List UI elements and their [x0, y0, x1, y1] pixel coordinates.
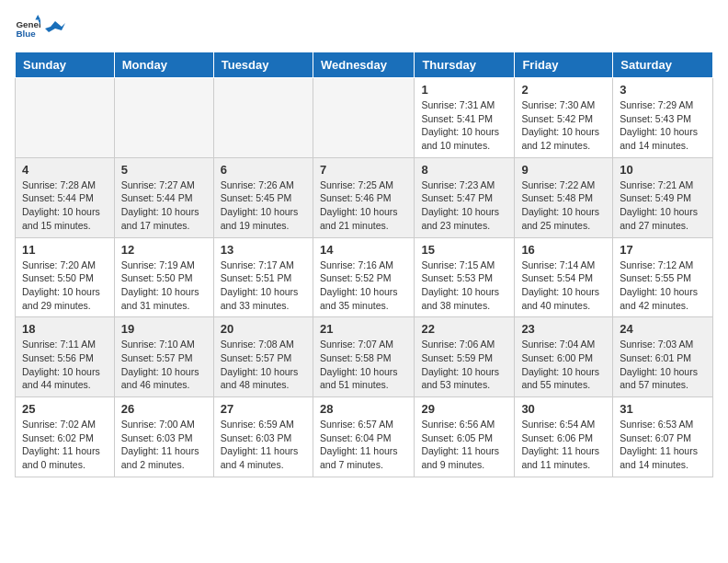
calendar-cell — [16, 78, 115, 158]
day-number: 22 — [421, 322, 507, 336]
calendar-cell: 24Sunrise: 7:03 AM Sunset: 6:01 PM Dayli… — [613, 317, 713, 397]
day-info: Sunrise: 7:03 AM Sunset: 6:01 PM Dayligh… — [620, 338, 706, 392]
day-number: 2 — [521, 83, 606, 97]
day-number: 14 — [320, 243, 407, 257]
calendar-cell: 14Sunrise: 7:16 AM Sunset: 5:52 PM Dayli… — [313, 237, 414, 317]
calendar-week-row: 4Sunrise: 7:28 AM Sunset: 5:44 PM Daylig… — [16, 157, 713, 237]
calendar-week-row: 25Sunrise: 7:02 AM Sunset: 6:02 PM Dayli… — [16, 397, 713, 477]
calendar-cell: 7Sunrise: 7:25 AM Sunset: 5:46 PM Daylig… — [313, 157, 414, 237]
weekday-header-thursday: Thursday — [415, 52, 515, 78]
day-number: 25 — [22, 402, 108, 416]
day-info: Sunrise: 7:00 AM Sunset: 6:03 PM Dayligh… — [121, 418, 207, 472]
day-info: Sunrise: 7:26 AM Sunset: 5:45 PM Dayligh… — [221, 178, 306, 233]
calendar-cell: 1Sunrise: 7:31 AM Sunset: 5:41 PM Daylig… — [415, 78, 515, 158]
day-number: 3 — [620, 83, 706, 97]
day-info: Sunrise: 6:59 AM Sunset: 6:03 PM Dayligh… — [221, 418, 306, 472]
calendar-cell: 27Sunrise: 6:59 AM Sunset: 6:03 PM Dayli… — [213, 397, 313, 477]
calendar-cell: 15Sunrise: 7:15 AM Sunset: 5:53 PM Dayli… — [415, 237, 515, 317]
calendar-header: SundayMondayTuesdayWednesdayThursdayFrid… — [16, 52, 713, 78]
calendar-cell: 21Sunrise: 7:07 AM Sunset: 5:58 PM Dayli… — [313, 317, 414, 397]
day-info: Sunrise: 7:28 AM Sunset: 5:44 PM Dayligh… — [22, 178, 108, 233]
weekday-header-saturday: Saturday — [613, 52, 713, 78]
calendar-cell: 30Sunrise: 6:54 AM Sunset: 6:06 PM Dayli… — [515, 397, 613, 477]
day-number: 18 — [22, 322, 108, 336]
day-number: 9 — [521, 163, 606, 177]
logo-icon: General Blue — [15, 15, 40, 40]
day-number: 26 — [121, 402, 207, 416]
day-info: Sunrise: 7:15 AM Sunset: 5:53 PM Dayligh… — [421, 259, 507, 313]
calendar-cell: 17Sunrise: 7:12 AM Sunset: 5:55 PM Dayli… — [613, 237, 713, 317]
day-number: 27 — [221, 402, 306, 416]
day-number: 17 — [620, 243, 706, 257]
calendar-cell: 10Sunrise: 7:21 AM Sunset: 5:49 PM Dayli… — [613, 157, 713, 237]
calendar-cell — [313, 78, 414, 158]
calendar-cell: 18Sunrise: 7:11 AM Sunset: 5:56 PM Dayli… — [16, 317, 115, 397]
calendar-cell — [114, 78, 213, 158]
day-info: Sunrise: 7:04 AM Sunset: 6:00 PM Dayligh… — [521, 338, 606, 392]
calendar-cell: 5Sunrise: 7:27 AM Sunset: 5:44 PM Daylig… — [114, 157, 213, 237]
calendar-cell: 13Sunrise: 7:17 AM Sunset: 5:51 PM Dayli… — [213, 237, 313, 317]
day-info: Sunrise: 7:16 AM Sunset: 5:52 PM Dayligh… — [320, 259, 407, 313]
calendar-cell: 22Sunrise: 7:06 AM Sunset: 5:59 PM Dayli… — [415, 317, 515, 397]
calendar-cell — [213, 78, 313, 158]
calendar-week-row: 18Sunrise: 7:11 AM Sunset: 5:56 PM Dayli… — [16, 317, 713, 397]
calendar-cell: 20Sunrise: 7:08 AM Sunset: 5:57 PM Dayli… — [213, 317, 313, 397]
calendar-cell: 2Sunrise: 7:30 AM Sunset: 5:42 PM Daylig… — [515, 78, 613, 158]
day-number: 29 — [421, 402, 507, 416]
day-number: 7 — [320, 163, 407, 177]
calendar-week-row: 11Sunrise: 7:20 AM Sunset: 5:50 PM Dayli… — [16, 237, 713, 317]
calendar-cell: 23Sunrise: 7:04 AM Sunset: 6:00 PM Dayli… — [515, 317, 613, 397]
day-number: 15 — [421, 243, 507, 257]
calendar-cell: 3Sunrise: 7:29 AM Sunset: 5:43 PM Daylig… — [613, 78, 713, 158]
day-info: Sunrise: 6:56 AM Sunset: 6:05 PM Dayligh… — [421, 418, 507, 472]
day-number: 20 — [221, 322, 306, 336]
calendar-cell: 11Sunrise: 7:20 AM Sunset: 5:50 PM Dayli… — [16, 237, 115, 317]
day-info: Sunrise: 7:02 AM Sunset: 6:02 PM Dayligh… — [22, 418, 108, 472]
day-info: Sunrise: 7:19 AM Sunset: 5:50 PM Dayligh… — [121, 259, 207, 313]
day-number: 11 — [22, 243, 108, 257]
day-info: Sunrise: 7:06 AM Sunset: 5:59 PM Dayligh… — [421, 338, 507, 392]
calendar-cell: 9Sunrise: 7:22 AM Sunset: 5:48 PM Daylig… — [515, 157, 613, 237]
calendar-cell: 16Sunrise: 7:14 AM Sunset: 5:54 PM Dayli… — [515, 237, 613, 317]
calendar-cell: 4Sunrise: 7:28 AM Sunset: 5:44 PM Daylig… — [16, 157, 115, 237]
day-info: Sunrise: 7:14 AM Sunset: 5:54 PM Dayligh… — [521, 259, 606, 313]
weekday-header-wednesday: Wednesday — [313, 52, 414, 78]
calendar-week-row: 1Sunrise: 7:31 AM Sunset: 5:41 PM Daylig… — [16, 78, 713, 158]
day-info: Sunrise: 7:17 AM Sunset: 5:51 PM Dayligh… — [221, 259, 306, 313]
day-number: 10 — [620, 163, 706, 177]
day-info: Sunrise: 7:25 AM Sunset: 5:46 PM Dayligh… — [320, 178, 407, 233]
day-number: 30 — [521, 402, 606, 416]
day-info: Sunrise: 7:29 AM Sunset: 5:43 PM Dayligh… — [620, 98, 706, 153]
calendar-body: 1Sunrise: 7:31 AM Sunset: 5:41 PM Daylig… — [16, 78, 713, 477]
svg-marker-4 — [45, 21, 65, 32]
calendar-cell: 28Sunrise: 6:57 AM Sunset: 6:04 PM Dayli… — [313, 397, 414, 477]
page-header: General Blue — [15, 15, 713, 40]
day-number: 31 — [620, 402, 706, 416]
day-info: Sunrise: 7:07 AM Sunset: 5:58 PM Dayligh… — [320, 338, 407, 392]
day-number: 16 — [521, 243, 606, 257]
day-number: 24 — [620, 322, 706, 336]
calendar-cell: 12Sunrise: 7:19 AM Sunset: 5:50 PM Dayli… — [114, 237, 213, 317]
calendar-cell: 25Sunrise: 7:02 AM Sunset: 6:02 PM Dayli… — [16, 397, 115, 477]
logo: General Blue — [15, 15, 66, 40]
calendar-cell: 8Sunrise: 7:23 AM Sunset: 5:47 PM Daylig… — [415, 157, 515, 237]
day-number: 5 — [121, 163, 207, 177]
day-info: Sunrise: 6:54 AM Sunset: 6:06 PM Dayligh… — [521, 418, 606, 472]
day-number: 19 — [121, 322, 207, 336]
weekday-header-row: SundayMondayTuesdayWednesdayThursdayFrid… — [16, 52, 713, 78]
calendar-cell: 6Sunrise: 7:26 AM Sunset: 5:45 PM Daylig… — [213, 157, 313, 237]
day-number: 8 — [421, 163, 507, 177]
day-info: Sunrise: 7:22 AM Sunset: 5:48 PM Dayligh… — [521, 178, 606, 233]
day-info: Sunrise: 7:30 AM Sunset: 5:42 PM Dayligh… — [521, 98, 606, 153]
svg-marker-2 — [35, 15, 40, 20]
day-number: 6 — [221, 163, 306, 177]
day-info: Sunrise: 7:12 AM Sunset: 5:55 PM Dayligh… — [620, 259, 706, 313]
day-number: 21 — [320, 322, 407, 336]
day-info: Sunrise: 7:11 AM Sunset: 5:56 PM Dayligh… — [22, 338, 108, 392]
day-info: Sunrise: 7:10 AM Sunset: 5:57 PM Dayligh… — [121, 338, 207, 392]
calendar-cell: 26Sunrise: 7:00 AM Sunset: 6:03 PM Dayli… — [114, 397, 213, 477]
calendar-cell: 19Sunrise: 7:10 AM Sunset: 5:57 PM Dayli… — [114, 317, 213, 397]
weekday-header-tuesday: Tuesday — [213, 52, 313, 78]
day-info: Sunrise: 6:53 AM Sunset: 6:07 PM Dayligh… — [620, 418, 706, 472]
day-number: 1 — [421, 83, 507, 97]
